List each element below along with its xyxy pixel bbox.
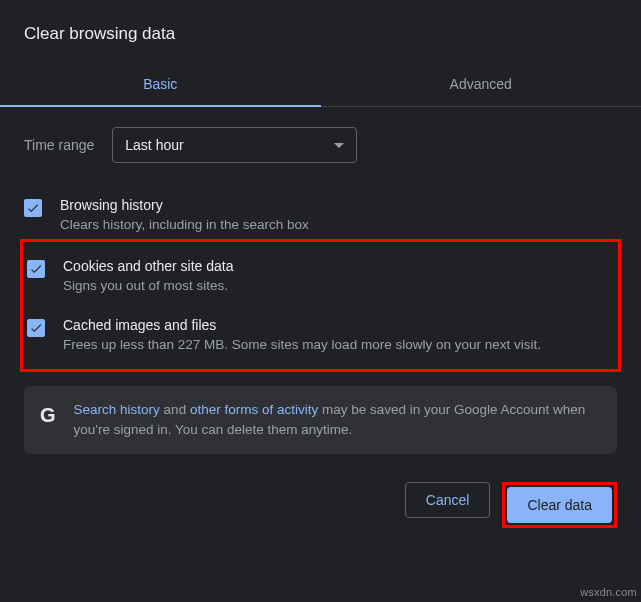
cancel-button[interactable]: Cancel [405,482,491,518]
option-text: Cookies and other site data Signs you ou… [63,258,614,296]
option-title: Browsing history [60,197,617,213]
option-cached: Cached images and files Frees up less th… [27,307,614,365]
link-other-activity[interactable]: other forms of activity [190,402,318,417]
option-desc: Clears history, including in the search … [60,215,617,235]
chevron-down-icon [334,143,344,148]
check-icon [29,262,43,276]
watermark: wsxdn.com [580,586,637,598]
google-icon: G [40,404,56,427]
time-range-select[interactable]: Last hour [112,127,357,163]
option-text: Cached images and files Frees up less th… [63,317,614,355]
options-list: Browsing history Clears history, includi… [24,187,617,368]
dialog-actions: Cancel Clear data [24,482,617,528]
option-title: Cached images and files [63,317,614,333]
option-text: Browsing history Clears history, includi… [60,197,617,235]
clear-browsing-data-dialog: Clear browsing data Basic Advanced Time … [0,0,641,544]
option-desc: Frees up less than 227 MB. Some sites ma… [63,335,614,355]
checkbox-cached[interactable] [27,319,45,337]
link-search-history[interactable]: Search history [74,402,160,417]
option-title: Cookies and other site data [63,258,614,274]
option-desc: Signs you out of most sites. [63,276,614,296]
checkbox-browsing-history[interactable] [24,199,42,217]
dialog-title: Clear browsing data [24,24,617,44]
tabs: Basic Advanced [0,64,641,107]
checkbox-cookies[interactable] [27,260,45,278]
time-range-value: Last hour [125,137,183,153]
info-mid: and [160,402,190,417]
time-range-row: Time range Last hour [24,127,617,163]
check-icon [29,321,43,335]
highlight-clear-button: Clear data [502,482,617,528]
clear-data-button[interactable]: Clear data [507,487,612,523]
tab-advanced[interactable]: Advanced [321,64,642,106]
option-cookies: Cookies and other site data Signs you ou… [27,248,614,306]
option-browsing-history: Browsing history Clears history, includi… [24,187,617,245]
highlight-box: Cookies and other site data Signs you ou… [20,239,621,372]
time-range-label: Time range [24,137,94,153]
check-icon [26,201,40,215]
tab-basic[interactable]: Basic [0,64,321,106]
info-text: Search history and other forms of activi… [74,400,601,441]
info-box: G Search history and other forms of acti… [24,386,617,455]
